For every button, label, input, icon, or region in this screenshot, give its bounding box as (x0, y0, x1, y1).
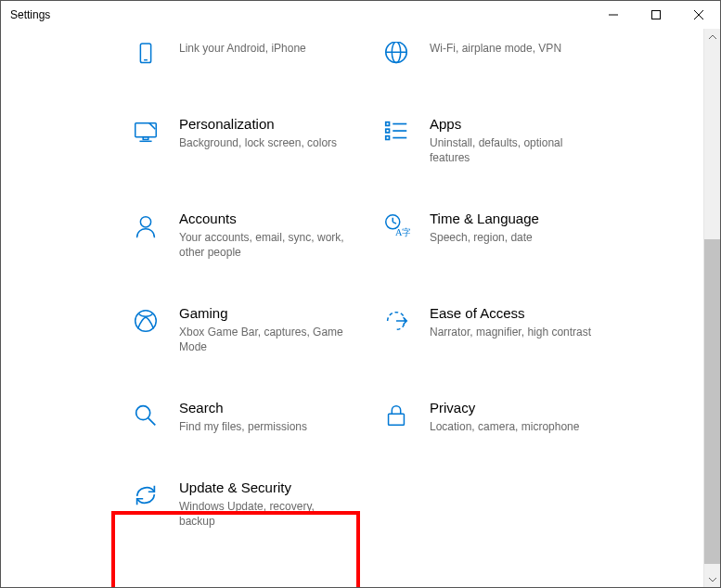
svg-point-18 (140, 217, 150, 227)
setting-item-gaming[interactable]: Gaming Xbox Game Bar, captures, Game Mod… (131, 300, 381, 358)
setting-title: Time & Language (430, 210, 539, 228)
scroll-track[interactable] (704, 45, 720, 571)
close-button[interactable] (677, 1, 720, 29)
svg-rect-1 (652, 11, 661, 19)
setting-desc: Uninstall, defaults, optional features (430, 135, 597, 165)
setting-title: Update & Security (179, 479, 346, 497)
setting-item-ease-of-access[interactable]: Ease of Access Narrator, magnifier, high… (381, 300, 632, 358)
setting-item-time-language[interactable]: A字 Time & Language Speech, region, date (381, 206, 632, 263)
window-controls (592, 1, 720, 29)
paintbrush-icon (131, 117, 161, 147)
phone-icon (131, 41, 161, 70)
setting-title: Privacy (430, 399, 579, 417)
svg-rect-13 (386, 129, 390, 133)
update-icon (131, 480, 161, 510)
setting-item-phone[interactable]: Link your Android, iPhone (131, 35, 381, 74)
setting-title: Gaming (179, 304, 346, 323)
setting-desc: Wi-Fi, airplane mode, VPN (430, 41, 561, 56)
svg-rect-12 (386, 122, 390, 126)
setting-desc: Location, camera, microphone (430, 419, 579, 434)
setting-desc: Narrator, magnifier, high contrast (430, 325, 591, 339)
setting-desc: Find my files, permissions (179, 419, 307, 434)
svg-point-25 (136, 406, 150, 420)
scroll-up-arrow[interactable] (704, 29, 720, 45)
window-title: Settings (10, 8, 50, 21)
setting-desc: Xbox Game Bar, captures, Game Mode (179, 325, 346, 354)
globe-icon (381, 41, 411, 70)
svg-text:A字: A字 (395, 227, 410, 237)
setting-item-apps[interactable]: Apps Uninstall, defaults, optional featu… (381, 111, 632, 169)
setting-title: Personalization (179, 115, 337, 134)
setting-desc: Your accounts, email, sync, work, other … (179, 230, 346, 260)
setting-title: Ease of Access (430, 304, 591, 323)
setting-item-privacy[interactable]: Privacy Location, camera, microphone (381, 395, 632, 438)
vertical-scrollbar[interactable] (703, 29, 720, 587)
scroll-down-arrow[interactable] (704, 571, 720, 587)
settings-window: Settings (0, 0, 721, 588)
setting-desc: Windows Update, recovery, backup (179, 499, 346, 529)
setting-desc: Speech, region, date (430, 230, 539, 245)
setting-item-personalization[interactable]: Personalization Background, lock screen,… (131, 111, 381, 169)
setting-item-update-security[interactable]: Update & Security Windows Update, recove… (131, 475, 381, 532)
person-icon (131, 211, 161, 241)
svg-line-21 (393, 222, 396, 224)
setting-title: Accounts (179, 210, 346, 228)
search-icon (131, 401, 161, 430)
minimize-button[interactable] (592, 1, 635, 29)
svg-rect-27 (389, 414, 405, 425)
svg-line-26 (148, 418, 156, 426)
svg-rect-14 (386, 136, 390, 140)
setting-title: Apps (430, 115, 597, 134)
setting-title: Search (179, 399, 307, 417)
time-language-icon: A字 (381, 211, 411, 241)
lock-icon (381, 401, 411, 430)
titlebar: Settings (1, 1, 720, 29)
svg-rect-10 (143, 137, 148, 140)
settings-grid: Link your Android, iPhone Wi-Fi, (1, 29, 703, 587)
xbox-icon (131, 306, 161, 336)
svg-rect-9 (135, 123, 157, 137)
content-area: Link your Android, iPhone Wi-Fi, (1, 29, 720, 587)
maximize-button[interactable] (635, 1, 677, 29)
setting-item-search[interactable]: Search Find my files, permissions (131, 395, 381, 438)
setting-desc: Link your Android, iPhone (179, 41, 306, 56)
setting-desc: Background, lock screen, colors (179, 135, 337, 150)
setting-item-accounts[interactable]: Accounts Your accounts, email, sync, wor… (131, 206, 381, 263)
scroll-thumb[interactable] (704, 239, 720, 564)
ease-of-access-icon (381, 306, 411, 336)
setting-item-network[interactable]: Wi-Fi, airplane mode, VPN (381, 35, 632, 74)
apps-list-icon (381, 117, 411, 147)
